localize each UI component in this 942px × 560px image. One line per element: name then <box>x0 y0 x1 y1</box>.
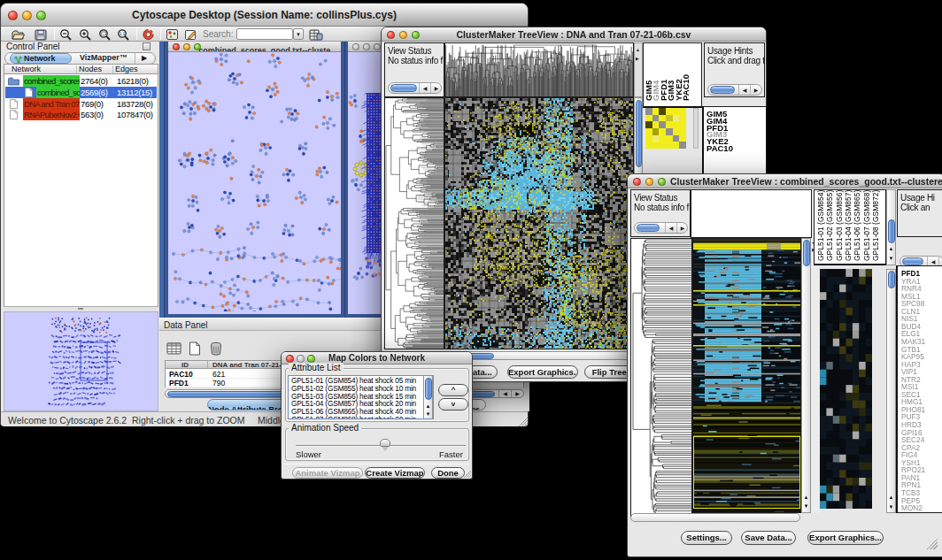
move-down-button[interactable]: v <box>438 398 468 410</box>
attribute-list-scrollbar[interactable]: ▲ ▼ <box>423 376 433 418</box>
collapse-right-icon[interactable]: ▶ <box>636 56 639 61</box>
tv2-heatmap[interactable] <box>692 238 801 513</box>
network-frame-1[interactable]: combined_scores_good.txt--cluste... <box>165 42 344 318</box>
attribute-list-scroll-thumb[interactable] <box>425 378 432 400</box>
tv1-zoom-widget-thumb[interactable] <box>390 84 417 92</box>
tv1-minimize-button[interactable] <box>399 31 407 39</box>
tv2-zoom-widget[interactable]: ◀ ▶ <box>634 222 688 234</box>
tv2-hints-widget-thumb[interactable] <box>902 257 923 265</box>
tv2-export-graphics-button[interactable]: Export Graphics... <box>807 531 884 545</box>
search-input[interactable] <box>236 28 293 40</box>
document-icon <box>10 110 18 119</box>
frame2-zoom-button[interactable] <box>374 43 381 50</box>
tv1-zoom-button[interactable] <box>412 31 420 39</box>
tv1-close-button[interactable] <box>387 31 395 39</box>
tv1-hints-widget[interactable]: ◀ ▶ <box>707 84 762 96</box>
attribute-list-down[interactable]: ▼ <box>424 410 432 418</box>
move-up-button[interactable]: ^ <box>438 384 468 396</box>
frame2-close-button[interactable] <box>352 43 359 50</box>
frame1-minimize-button[interactable] <box>183 43 190 50</box>
tv2-save-data-button[interactable]: Save Data... <box>741 531 796 545</box>
tv1-mini-heatmap[interactable] <box>645 108 686 149</box>
network-view-graph[interactable] <box>168 52 341 311</box>
id-col-header[interactable]: ID <box>181 361 189 369</box>
tv2-zoom-scroll-down[interactable]: ▼ <box>887 503 895 511</box>
tv2-hscrollbar[interactable] <box>630 513 800 522</box>
scroll-left-arrow[interactable]: ◀ <box>498 390 511 397</box>
close-button[interactable] <box>8 11 18 20</box>
tv2-zoom-widget-thumb[interactable] <box>637 224 660 232</box>
dialog-close-button[interactable] <box>286 355 294 363</box>
tv1-titlebar[interactable]: ClusterMaker TreeView : DNA and Tran 07-… <box>382 27 766 42</box>
tv2-vscroll-thumb[interactable] <box>803 240 810 266</box>
tv2-zoom-heatmap[interactable] <box>820 269 872 509</box>
network-col-header[interactable]: Network <box>12 65 41 73</box>
tv1-zoom-widget[interactable]: ◀ ▶ <box>388 82 442 94</box>
tv2-zoom-vscroll-thumb[interactable] <box>888 271 895 288</box>
create-attribute-icon[interactable] <box>188 341 202 359</box>
network-list-row[interactable]: DNA and Tran 07769(0)183728(0) <box>5 98 157 110</box>
tv1-row-dendrogram[interactable] <box>384 97 444 349</box>
network-overview[interactable] <box>4 311 158 411</box>
tv2-labels-scrollbar[interactable]: ▲ ▼ <box>886 189 896 265</box>
slider-thumb[interactable] <box>380 439 390 447</box>
splitter-handle[interactable] <box>78 308 83 311</box>
frame1-close-button[interactable] <box>173 43 180 50</box>
tv1-export-graphics-button[interactable]: Export Graphics... <box>507 365 578 379</box>
tab-network[interactable]: Network <box>10 53 72 64</box>
tab-overflow-button[interactable]: ▶ <box>135 53 154 64</box>
zoom-button[interactable] <box>36 11 46 20</box>
tv2-labels-scroll-down[interactable]: ▼ <box>887 255 895 263</box>
frame1-zoom-button[interactable] <box>194 43 201 50</box>
tv1-zoom-right-arrow[interactable]: ▶ <box>430 83 442 93</box>
tv2-zoom-left-arrow[interactable]: ◀ <box>665 223 676 233</box>
network-list-row[interactable]: combined_scores_2764(0)16218(0) <box>5 75 157 87</box>
main-resize-grip[interactable] <box>519 418 528 426</box>
attribute-list[interactable]: GPL51-01 (GSM854) heat shock 05 minGPL51… <box>288 375 434 419</box>
network-list-row[interactable]: RNAPuberNov2+N563(0)107847(0) <box>5 109 157 120</box>
tv2-row-dendrogram[interactable] <box>630 238 692 518</box>
frame2-minimize-button[interactable] <box>363 43 370 50</box>
float-panel-icon[interactable] <box>143 42 151 50</box>
tv2-zoom-scroll-up[interactable]: ▲ <box>887 494 895 502</box>
tv2-vscroll-up[interactable]: ▲ <box>802 494 810 502</box>
tv2-vscroll-down[interactable]: ▼ <box>802 502 810 510</box>
tv2-vscrollbar[interactable]: ▲ ▼ <box>801 238 811 513</box>
tv1-zoom-left-arrow[interactable]: ◀ <box>419 83 430 93</box>
tv1-column-dendrogram[interactable] <box>444 42 634 97</box>
search-dropdown-button[interactable]: ▼ <box>293 28 304 40</box>
tv1-hints-right-arrow[interactable]: ▶ <box>750 85 761 95</box>
edges-col-header[interactable]: Edges <box>115 65 138 73</box>
tv2-zoom-button[interactable] <box>658 178 666 186</box>
create-vizmap-button[interactable]: Create Vizmap <box>365 467 425 479</box>
tv2-zoom-vscrollbar[interactable]: ▲ ▼ <box>886 269 896 513</box>
tv1-vscroll-thumb[interactable] <box>636 100 642 167</box>
tv1-hints-widget-thumb[interactable] <box>710 86 735 94</box>
minimize-button[interactable] <box>22 11 32 20</box>
status-zoom-hint: Right-click + drag to ZOOM <box>132 415 245 426</box>
collapse-up-icon[interactable]: ▲ <box>636 47 640 52</box>
tv1-hints-left-arrow[interactable]: ◀ <box>738 85 750 95</box>
tv2-labels-scroll-up[interactable]: ▲ <box>887 245 895 253</box>
tv2-settings-button[interactable]: Settings... <box>681 531 732 545</box>
frame1-titlebar[interactable]: combined_scores_good.txt--cluste... <box>168 42 341 52</box>
tv2-titlebar[interactable]: ClusterMaker TreeView : combined_scores_… <box>628 174 942 188</box>
nodes-col-header[interactable]: Nodes <box>79 65 102 73</box>
network-list-row[interactable]: combined_sco2569(6)13112(15) <box>5 87 157 98</box>
done-button[interactable]: Done <box>431 467 465 479</box>
delete-attribute-icon[interactable] <box>209 341 223 359</box>
attribute-list-up[interactable]: ▲ <box>424 403 432 410</box>
tv2-labels-scroll-thumb[interactable] <box>888 219 895 243</box>
tv2-close-button[interactable] <box>633 178 641 186</box>
scroll-right-arrow[interactable]: ▶ <box>511 390 523 397</box>
tv2-zoom-right-arrow[interactable]: ▶ <box>676 223 688 233</box>
dialog-zoom-button[interactable] <box>307 355 315 363</box>
attribute-list-item[interactable]: GPL51-07 (GSM868) heat shock 60 min <box>291 416 433 419</box>
tv2-resize-grip[interactable] <box>927 539 938 549</box>
main-titlebar[interactable]: Cytoscape Desktop (Session Name: collins… <box>1 4 528 27</box>
attribute-select-icon[interactable] <box>166 341 182 359</box>
tab-vizmapper[interactable]: VizMapper™ <box>74 53 131 64</box>
tv1-heatmap[interactable] <box>444 97 634 349</box>
dialog-resize-grip[interactable] <box>464 471 471 478</box>
tv2-minimize-button[interactable] <box>645 178 653 186</box>
